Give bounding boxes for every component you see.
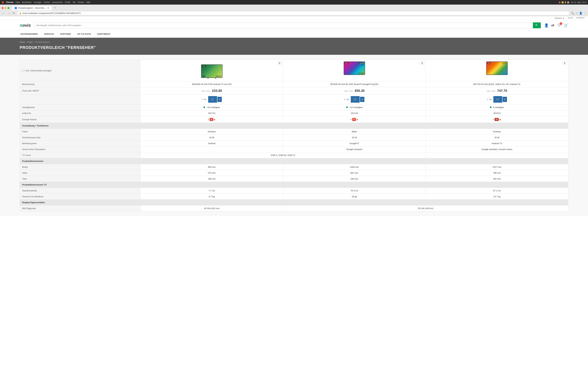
product-3-tv-tuner: · xyxy=(426,152,568,158)
search-button[interactable]: 🔍 xyxy=(533,23,541,28)
bearbeiten-menu[interactable]: Bearbeiten xyxy=(22,1,32,3)
tab-close-button[interactable]: ✕ xyxy=(47,7,49,9)
product-2-add-to-cart-button[interactable]: 🛒 xyxy=(351,96,360,103)
height-row: Höhe 575 mm 887 mm 768 mm xyxy=(20,170,568,176)
profile-menu[interactable]: Profile xyxy=(65,1,70,3)
nav-service[interactable]: SERVICE xyxy=(43,31,55,38)
tv-dimensions-section-header: Produktdimensionen TV xyxy=(20,182,568,188)
product-2-designation: 55C635 55 Zoll 4K UHD SmartTV,GoogleTV,Q… xyxy=(283,81,426,87)
reload-button[interactable]: ↻ xyxy=(12,11,16,16)
verlauf-menu[interactable]: Verlauf xyxy=(44,1,50,3)
forward-button[interactable]: → xyxy=(7,11,11,16)
account-icon[interactable]: 👤 xyxy=(544,23,549,28)
product-2-cart-dropdown-button[interactable]: ▾ xyxy=(360,97,364,102)
product-3-os: Android TV xyxy=(426,141,568,146)
tab-menu[interactable]: Tab xyxy=(72,1,76,3)
datei-menu[interactable]: Datei xyxy=(16,1,20,3)
product-2-os: GoogleTV xyxy=(283,141,426,146)
features-section-label: Ausstattung + Funktionen xyxy=(20,123,568,129)
minimize-window-button[interactable] xyxy=(5,7,7,9)
logo-n: n xyxy=(20,23,22,28)
product-1-designation: 40S5200 40 Zoll FHD Android TV mit LED xyxy=(140,81,283,87)
cart-icon[interactable]: 🛒 xyxy=(564,23,568,28)
language-selector[interactable]: Deutsch xyxy=(554,17,565,19)
product-3-energy: A G ▶ xyxy=(426,116,568,123)
features-section-header: Ausstattung + Funktionen xyxy=(20,123,568,129)
nav-unternehmen[interactable]: UNTERNEHMEN xyxy=(20,31,39,38)
hilfe-link[interactable]: HILFE xyxy=(568,17,573,19)
display-section-label: Display Eigenschaften xyxy=(20,200,568,206)
height-label: Höhe xyxy=(20,170,140,176)
nav-sortiment[interactable]: SORTIMENT xyxy=(96,31,111,38)
smart-home-label: Smart Home Ökosystem xyxy=(20,146,140,152)
profile-icon[interactable]: 👤 xyxy=(579,12,582,15)
product-1-price: 233.80 xyxy=(212,89,222,92)
product-3-audio: 40 W xyxy=(426,135,568,141)
hilfe-menu[interactable]: Hilfe xyxy=(86,1,90,3)
product-2-depth: 294 mm xyxy=(283,176,426,182)
extensions-icon[interactable]: ⋮ xyxy=(584,12,586,15)
fenster-menu[interactable]: Fenster xyxy=(78,1,84,3)
product-1-os: Android xyxy=(140,141,283,146)
product-1-height: 575 mm xyxy=(140,170,283,176)
anzeigen-menu[interactable]: Anzeigen xyxy=(34,1,42,3)
product-2-weight-stand: 18 kg xyxy=(283,194,426,200)
search-input[interactable] xyxy=(34,23,533,28)
product-3-cart: 1 Stk. 🛒 ▾ xyxy=(426,94,568,104)
article-nr-row: Artikel-Nr 251714 251744 251573 xyxy=(20,110,568,116)
availability-label: Verfügbarkeit xyxy=(20,104,140,110)
color-row: Farbe Schwarz Silber Schwarz xyxy=(20,129,568,135)
product-1-add-to-cart-button[interactable]: 🛒 xyxy=(208,96,217,103)
product-1-price-cell: CHF / STK. 233.80 xyxy=(140,87,283,94)
delete-product-3-button[interactable]: 🗑 xyxy=(563,61,567,65)
product-1-diagonal: 40 Zoll (102 cm) xyxy=(140,206,283,211)
browser-tab-active[interactable]: Produktvergleich – Novis Elec... ✕ xyxy=(12,6,52,10)
comparison-table: Nur Unterschiede anzeigen 🗑 TCL androidt… xyxy=(20,60,568,211)
back-button[interactable]: ← xyxy=(2,11,6,16)
tv-tuner-row: TV Tuner DVB-C, DVB-S2, DVB-T2 · xyxy=(20,152,568,158)
close-window-button[interactable] xyxy=(2,7,4,9)
product-3-availability: 9 verfügbar xyxy=(426,104,568,110)
delete-product-2-button[interactable]: 🗑 xyxy=(420,61,424,65)
product-3-energy-scale: A xyxy=(493,118,494,120)
show-differences-checkbox[interactable] xyxy=(22,69,25,72)
clock: Mi. 21. Sept. 15:19 xyxy=(571,1,586,3)
nav-uptodate[interactable]: UP-TO-DATE xyxy=(76,31,92,38)
designation-label: Bezeichnung xyxy=(20,81,140,87)
wishlist-icon[interactable]: 🤍 1 xyxy=(557,23,561,28)
search-bar[interactable]: 🔍 xyxy=(34,22,541,28)
delete-product-1-button[interactable]: 🗑 xyxy=(277,61,282,65)
product-3-availability-dot xyxy=(490,106,492,108)
compare-icon[interactable]: ⇄ xyxy=(551,23,554,28)
breadcrumb-home[interactable]: Home xyxy=(20,41,25,43)
breadcrumb-konto[interactable]: Konto xyxy=(27,41,33,43)
site-logo[interactable]: n ovis xyxy=(20,23,31,28)
url-bar[interactable]: 🔒 novis.ch/de/item-comparison/251714%3B2… xyxy=(17,11,570,15)
lesezeichen-menu[interactable]: Lesezeichen xyxy=(52,1,63,3)
product-1-cart-dropdown-button[interactable]: ▾ xyxy=(217,97,222,102)
product-3-add-to-cart-button[interactable]: 🛒 xyxy=(493,96,502,103)
product-1-color: Schwarz xyxy=(140,129,283,135)
product-23-diagonal: 55 Zoll (140 cm) xyxy=(283,206,568,211)
bookmark-icon[interactable]: ☆ xyxy=(576,12,578,15)
nav-partner[interactable]: PARTNER xyxy=(59,31,72,38)
search-icon[interactable]: 🔍 xyxy=(571,12,574,15)
main-navigation: UNTERNEHMEN SERVICE PARTNER UP-TO-DATE S… xyxy=(0,30,588,38)
product-3-tv-tuner-value: · xyxy=(497,154,497,157)
weight-stand-label: Gewicht mit Standfuss xyxy=(20,194,140,200)
apple-menu[interactable]: 🍎 xyxy=(2,1,4,3)
new-tab-button[interactable]: + xyxy=(53,6,57,10)
diagonal-label: Bild Diagonale xyxy=(20,206,140,211)
fullscreen-window-button[interactable] xyxy=(8,7,9,9)
chrome-menu-item[interactable]: Chrome xyxy=(6,1,13,3)
kontakt-link[interactable]: KONTAKT xyxy=(576,17,585,19)
product-1-smart-home xyxy=(140,146,283,152)
traffic-lights xyxy=(2,7,9,9)
product-3-cart-dropdown-button[interactable]: ▾ xyxy=(503,97,507,102)
width-row: Breite 905 mm 1446 mm 1227 mm xyxy=(20,164,568,170)
product-3-stand-width: 57.1 cm xyxy=(426,188,568,194)
cart-row: 1 Stk. 🛒 ▾ 1 Stk. 🛒 ▾ xyxy=(20,94,568,104)
product-2-cart: 1 Stk. 🛒 ▾ xyxy=(283,94,426,104)
product-2-color: Silber xyxy=(283,129,426,135)
hero-section: Home / Konto / Produktvergleich PRODUKTV… xyxy=(0,38,588,55)
